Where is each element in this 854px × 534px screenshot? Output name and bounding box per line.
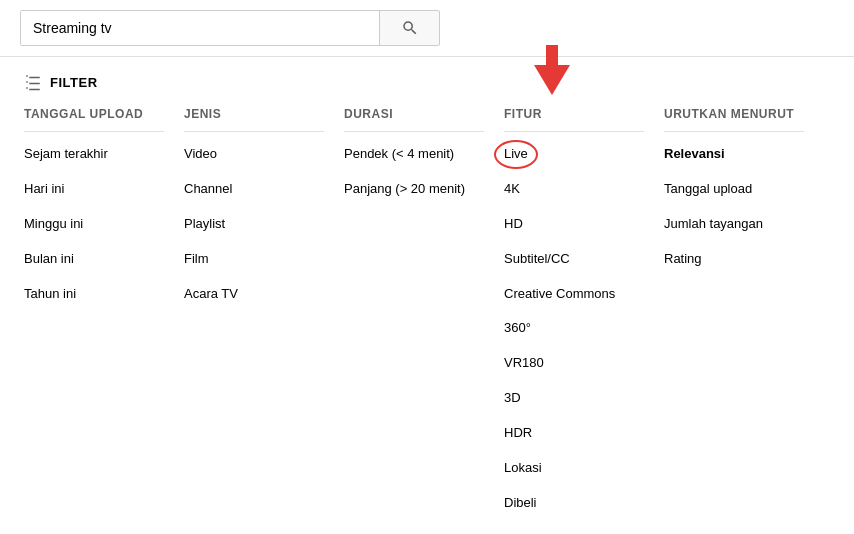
filter-label: FILTER (50, 75, 98, 90)
list-item[interactable]: Minggu ini (24, 216, 164, 233)
list-item[interactable]: Playlist (184, 216, 324, 233)
list-item-creative-commons[interactable]: Creative Commons (504, 286, 644, 303)
column-header-urutkan: URUTKAN MENURUT (664, 107, 804, 132)
list-item-relevansi[interactable]: Relevansi (664, 146, 804, 163)
list-item[interactable]: Tanggal upload (664, 181, 804, 198)
column-header-durasi: DURASI (344, 107, 484, 132)
list-item[interactable]: 360° (504, 320, 644, 337)
list-item[interactable]: Channel (184, 181, 324, 198)
list-item[interactable]: HD (504, 216, 644, 233)
list-item[interactable]: Tahun ini (24, 286, 164, 303)
column-header-jenis: JENIS (184, 107, 324, 132)
search-icon (401, 19, 419, 37)
column-durasi: DURASI Pendek (< 4 menit) Panjang (> 20 … (344, 107, 504, 530)
column-header-tanggal: TANGGAL UPLOAD (24, 107, 164, 132)
list-item[interactable]: HDR (504, 425, 644, 442)
list-item[interactable]: 4K (504, 181, 644, 198)
list-item[interactable]: 3D (504, 390, 644, 407)
list-item[interactable]: Bulan ini (24, 251, 164, 268)
list-item[interactable]: Sejam terakhir (24, 146, 164, 163)
list-item[interactable]: Hari ini (24, 181, 164, 198)
live-circle-highlight: Live (504, 146, 528, 163)
column-header-fitur: FITUR (504, 107, 644, 132)
filter-header: FILTER (24, 73, 830, 91)
search-container (20, 10, 440, 46)
list-item-live[interactable]: Live (504, 146, 644, 163)
search-input[interactable] (21, 11, 379, 45)
list-item[interactable]: Video (184, 146, 324, 163)
list-item[interactable]: Pendek (< 4 menit) (344, 146, 484, 163)
column-jenis: JENIS Video Channel Playlist Film Acara … (184, 107, 344, 530)
columns-container: TANGGAL UPLOAD Sejam terakhir Hari ini M… (24, 107, 830, 530)
arrow-shaft (546, 45, 558, 65)
top-bar (0, 0, 854, 57)
column-tanggal-upload: TANGGAL UPLOAD Sejam terakhir Hari ini M… (24, 107, 184, 530)
list-item[interactable]: Rating (664, 251, 804, 268)
list-item[interactable]: Subtitel/CC (504, 251, 644, 268)
list-item[interactable]: Jumlah tayangan (664, 216, 804, 233)
red-arrow (534, 65, 570, 95)
red-arrow-container (534, 47, 570, 95)
list-item[interactable]: Film (184, 251, 324, 268)
list-item[interactable]: Panjang (> 20 menit) (344, 181, 484, 198)
list-item[interactable]: Acara TV (184, 286, 324, 303)
filter-section: FILTER TANGGAL UPLOAD Sejam terakhir Har… (0, 57, 854, 530)
column-urutkan: URUTKAN MENURUT Relevansi Tanggal upload… (664, 107, 824, 530)
list-item[interactable]: Dibeli (504, 495, 644, 512)
search-button[interactable] (379, 11, 439, 45)
list-item[interactable]: Lokasi (504, 460, 644, 477)
column-fitur: FITUR Live 4K HD Subtitel/CC Creative Co… (504, 107, 664, 530)
list-item[interactable]: VR180 (504, 355, 644, 372)
filter-icon (24, 73, 42, 91)
